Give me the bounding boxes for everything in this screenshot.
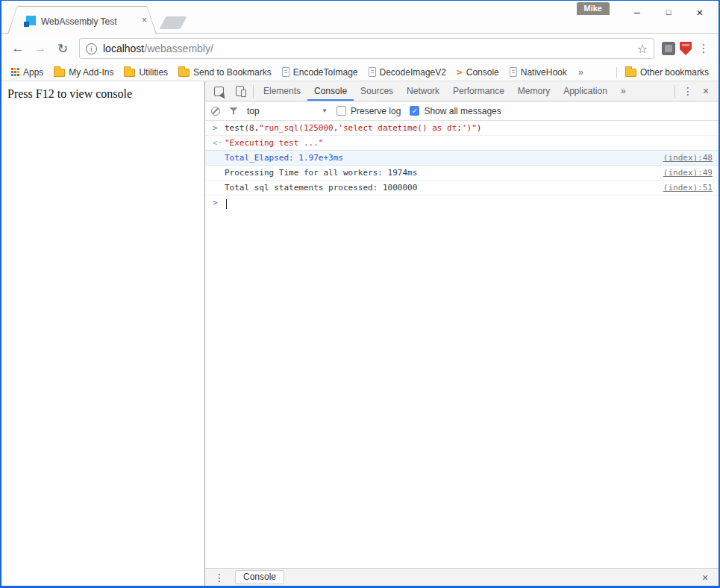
ublock-shield-icon[interactable] (680, 42, 692, 55)
folder-icon (54, 69, 65, 77)
content-area: Press F12 to view console Elements Conso… (1, 81, 719, 586)
result-text: "Executing test ..." (225, 138, 323, 148)
tab-memory[interactable]: Memory (511, 81, 557, 101)
context-selector[interactable]: top ▼ (247, 106, 328, 116)
preserve-log-group: Preserve log (336, 106, 401, 116)
drawer-close-icon[interactable]: × (698, 572, 713, 584)
bookmark-label: Console (466, 67, 499, 78)
bookmark-send-to-bookmarks[interactable]: Send to Bookmarks (173, 63, 277, 81)
page-icon (369, 67, 376, 77)
tab-performance[interactable]: Performance (446, 81, 511, 101)
profile-chip[interactable]: Mike (577, 2, 610, 15)
page-text: Press F12 to view console (7, 87, 198, 101)
page-icon (282, 67, 289, 77)
browser-menu-icon[interactable]: ⋮ (696, 42, 711, 55)
site-info-icon[interactable]: i (86, 43, 97, 54)
bookmark-decodeimagev2[interactable]: DecodeImageV2 (363, 63, 451, 81)
bookmarks-bar: Apps My Add-Ins Utilities Send to Bookma… (1, 63, 719, 81)
maximize-button[interactable]: □ (653, 2, 684, 22)
preserve-log-checkbox[interactable] (336, 106, 346, 116)
close-button[interactable]: × (684, 2, 716, 22)
extension-icon[interactable] (662, 42, 675, 55)
tabs-overflow-icon[interactable]: » (614, 81, 633, 101)
show-all-messages-label: Show all messages (424, 106, 501, 116)
bookmark-label: NativeHook (521, 67, 567, 78)
prompt-chevron-icon: > (213, 198, 218, 208)
bookmark-label: Utilities (139, 67, 168, 78)
log-text: Total sql statements processed: 1000000 (225, 183, 417, 193)
browser-tab[interactable]: WebAssembly Test × (7, 6, 157, 34)
web-page: Press F12 to view console (1, 81, 204, 586)
titlebar: WebAssembly Test × Mike – □ × (1, 1, 719, 34)
forward-button[interactable]: → (31, 41, 49, 56)
tab-title: WebAssembly Test (41, 16, 117, 27)
devtools-menu-icon[interactable]: ⋮ (680, 85, 696, 97)
log-text: Processing Time for all workers: 1974ms (225, 168, 417, 178)
apps-shortcut[interactable]: Apps (6, 63, 48, 81)
address-bar[interactable]: i localhost/webassembly/ ☆ (79, 38, 654, 59)
other-bookmarks-button[interactable]: Other bookmarks (620, 63, 714, 81)
drawer-tab-console[interactable]: Console (235, 570, 284, 584)
devtools-close-icon[interactable]: × (698, 85, 714, 97)
context-value: top (247, 106, 260, 116)
back-button[interactable]: ← (9, 41, 27, 56)
tab-network[interactable]: Network (400, 81, 446, 101)
clear-console-icon[interactable] (211, 107, 220, 116)
filter-icon[interactable] (229, 107, 238, 115)
toolbar-divider (253, 85, 254, 98)
tab-favicon-icon (26, 16, 36, 25)
apps-label: Apps (23, 67, 43, 78)
command-plain: test(8, (225, 123, 259, 133)
bookmarks-overflow-icon[interactable]: » (572, 66, 589, 78)
devtools-tabs: Elements Console Sources Network Perform… (257, 81, 633, 101)
bookmarks-right: Other bookmarks (613, 63, 714, 81)
drawer-menu-icon[interactable]: ⋮ (211, 572, 228, 584)
bookmark-nativehook[interactable]: NativeHook (504, 63, 572, 81)
source-link[interactable]: (index):51 (654, 183, 713, 193)
devtools-toolbar-right: ⋮ × (672, 81, 714, 101)
tab-elements[interactable]: Elements (257, 81, 307, 101)
show-all-messages-group: ✓ Show all messages (410, 106, 501, 116)
bookmark-console[interactable]: Console (451, 63, 504, 81)
reload-button[interactable]: ↻ (54, 41, 72, 57)
bookmark-utilities[interactable]: Utilities (119, 63, 173, 81)
new-tab-button[interactable] (159, 16, 187, 29)
preserve-log-label: Preserve log (351, 106, 401, 116)
bookmarks-separator (616, 67, 617, 78)
toolbar-divider (674, 85, 675, 98)
bookmark-encodetoimage[interactable]: EncodeToImage (277, 63, 363, 81)
bookmark-star-icon[interactable]: ☆ (637, 42, 648, 56)
folder-icon (625, 69, 636, 77)
folder-icon (178, 69, 190, 77)
console-command-row: > test(8,"run_sql(125000,'select datetim… (205, 121, 719, 136)
console-toolbar: top ▼ Preserve log ✓ Show all messages (205, 101, 719, 121)
page-icon (510, 67, 517, 77)
apps-grid-icon (11, 68, 19, 76)
devtools-toolbar: Elements Console Sources Network Perform… (205, 81, 719, 101)
device-toolbar-icon[interactable] (236, 86, 244, 96)
console-result-row: <· "Executing test ..." (205, 136, 719, 151)
bookmark-label: DecodeImageV2 (380, 67, 446, 78)
console-log-row: Total_Elapsed: 1.97e+3ms (index):48 (205, 150, 719, 166)
chevron-favicon-icon (457, 66, 463, 78)
tab-close-icon[interactable]: × (142, 15, 147, 25)
bookmark-my-add-ins[interactable]: My Add-Ins (48, 63, 119, 81)
url-host: localhost (103, 43, 144, 54)
tab-console[interactable]: Console (307, 81, 354, 101)
devtools-panel: Elements Console Sources Network Perform… (204, 81, 719, 586)
tab-application[interactable]: Application (557, 81, 614, 101)
window-controls: – □ × (622, 2, 716, 22)
minimize-button[interactable]: – (622, 2, 653, 22)
console-prompt-row[interactable]: > (205, 196, 719, 210)
source-link[interactable]: (index):48 (654, 153, 713, 163)
tab-sources[interactable]: Sources (354, 81, 400, 101)
log-text: Total_Elapsed: 1.97e+3ms (225, 153, 343, 163)
other-bookmarks-label: Other bookmarks (640, 67, 709, 78)
input-chevron-icon: > (213, 123, 218, 134)
console-messages[interactable]: > test(8,"run_sql(125000,'select datetim… (205, 121, 719, 568)
navigation-toolbar: ← → ↻ i localhost/webassembly/ ☆ ⋮ (1, 34, 719, 63)
source-link[interactable]: (index):49 (654, 168, 713, 178)
show-all-messages-checkbox[interactable]: ✓ (410, 106, 419, 116)
inspect-element-icon[interactable] (214, 87, 224, 96)
browser-tab-surface[interactable]: WebAssembly Test × (8, 7, 156, 34)
